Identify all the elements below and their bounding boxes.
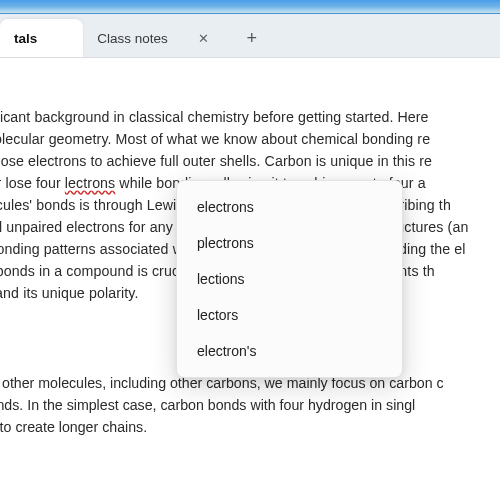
text-line: possible compounds. In the simplest case… [0, 397, 415, 413]
spellcheck-suggestion[interactable]: electrons [177, 189, 402, 225]
new-tab-button[interactable]: + [236, 22, 268, 54]
text-line: gle of its bonds, and its unique polarit… [0, 285, 138, 301]
text-line: ith other carbons to create longer chain… [0, 419, 147, 435]
spellcheck-suggestion[interactable]: lections [177, 261, 402, 297]
tab-class-notes[interactable]: Class notes ✕ [83, 19, 230, 57]
text-line: tructures, and molecular geometry. Most … [0, 131, 430, 147]
tab-label: Class notes [97, 31, 168, 46]
tab-active[interactable]: tals [0, 19, 83, 57]
text-line: can either gain or lose four [0, 175, 65, 191]
close-icon[interactable]: ✕ [196, 30, 212, 46]
paragraph: o four bonds with other molecules, inclu… [0, 372, 500, 438]
spellcheck-suggestion[interactable]: electron's [177, 333, 402, 369]
window-titlebar [0, 0, 500, 14]
spellcheck-menu: electrons plectrons lections lectors ele… [176, 180, 403, 378]
spellcheck-suggestion[interactable]: plectrons [177, 225, 402, 261]
text-line: try requires significant background in c… [0, 109, 429, 125]
misspelled-word[interactable]: lectrons [65, 175, 115, 191]
spellcheck-suggestion[interactable]: lectors [177, 297, 402, 333]
text-line: ns either gain or lose electrons to achi… [0, 153, 432, 169]
tab-strip: tals Class notes ✕ + [0, 14, 500, 58]
tab-label: tals [14, 31, 37, 46]
